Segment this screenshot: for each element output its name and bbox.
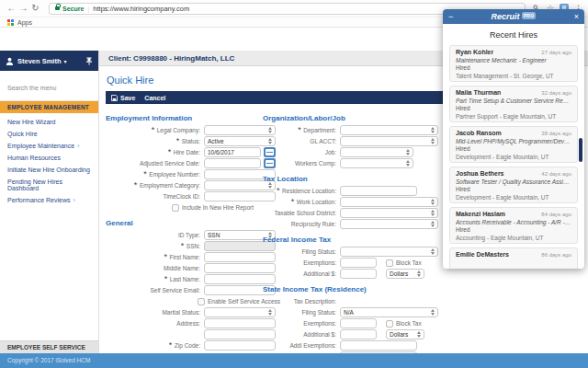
gl-acct-select[interactable] bbox=[340, 136, 438, 146]
popup-title: Recent Hires bbox=[443, 30, 584, 40]
hire-time: 86 days ago bbox=[541, 251, 571, 259]
sidebar-item-employee-maintenance[interactable]: Employee Maintenance› bbox=[0, 140, 98, 152]
field-label: * Legal Company: bbox=[106, 126, 204, 134]
scrollbar-thumb[interactable] bbox=[579, 138, 582, 162]
hire-card-jacob-ransom[interactable]: Jacob Ransom38 days agoMid-Level PHP/MyS… bbox=[449, 126, 578, 163]
residence-location-input[interactable] bbox=[340, 186, 417, 196]
back-icon[interactable]: ← bbox=[6, 0, 17, 17]
pin-icon[interactable] bbox=[85, 57, 93, 65]
hire-time: 42 days ago bbox=[541, 170, 571, 178]
hire-card-joshua-bethers[interactable]: Joshua Bethers42 days agoSoftware Tester… bbox=[449, 167, 578, 203]
exemptions-input[interactable] bbox=[340, 318, 377, 328]
sidebar-item-initiate-new-hire-onboarding[interactable]: Initiate New Hire Onboarding bbox=[0, 164, 98, 176]
dropdown-arrows-icon bbox=[417, 270, 421, 277]
hire-job-title: Maintenance Mechanic - Engineer bbox=[456, 57, 571, 65]
sidebar-item-label: New Hire Wizard bbox=[7, 119, 56, 125]
save-button[interactable]: Save bbox=[111, 95, 135, 101]
popup-header: − RecruitPRO × bbox=[443, 9, 584, 24]
form-row: Additional $:Dollars bbox=[263, 329, 538, 339]
addl-exemptions-input[interactable] bbox=[340, 340, 417, 351]
select-value: Dollars bbox=[390, 331, 408, 338]
dollars-select[interactable]: Dollars bbox=[386, 329, 424, 339]
sidebar-item-pending-new-hires-dashboard[interactable]: Pending New Hires Dashboard bbox=[0, 176, 98, 194]
field-label: Filing Status: bbox=[263, 309, 340, 316]
checkbox-label: Include In New Hire Report bbox=[182, 204, 254, 211]
reciprocity-rule-select[interactable] bbox=[340, 219, 438, 229]
hire-time: 38 days ago bbox=[541, 130, 571, 138]
department-select[interactable] bbox=[340, 125, 438, 135]
close-icon[interactable]: × bbox=[570, 9, 579, 24]
filing-status-select[interactable]: N/A bbox=[340, 307, 438, 317]
job-select[interactable] bbox=[340, 147, 413, 157]
hire-card-malia-thurman[interactable]: Malia Thurman32 days agoPart Time Setup … bbox=[449, 86, 578, 122]
field-label: * Employee Number: bbox=[106, 170, 204, 178]
hire-status: Hired bbox=[456, 64, 571, 73]
filing-status-select[interactable] bbox=[340, 247, 438, 257]
dropdown-arrows-icon bbox=[431, 127, 435, 133]
sidebar-search bbox=[0, 71, 98, 101]
forward-icon[interactable]: → bbox=[17, 0, 29, 17]
required-asterisk: * bbox=[134, 180, 140, 190]
field-label: * Last Name: bbox=[106, 275, 204, 283]
hire-header-row: Emilie DeMasters86 days ago bbox=[456, 251, 571, 259]
checkbox-include-in-new-hire-report[interactable] bbox=[172, 204, 179, 212]
sidebar: Steven Smith ▾ EMPLOYEE MANAGEMENT New H… bbox=[0, 51, 99, 353]
dollars-select[interactable]: Dollars bbox=[386, 269, 424, 279]
required-asterisk: * bbox=[298, 125, 303, 134]
sidebar-item-quick-hire[interactable]: Quick Hire bbox=[0, 128, 98, 140]
taxable-school-district-select[interactable] bbox=[340, 208, 438, 218]
dropdown-arrows-icon bbox=[431, 309, 435, 316]
field-label: Tax Description: bbox=[263, 298, 340, 305]
user-name: Steven Smith bbox=[17, 57, 62, 65]
hire-department: Accounting - Eagle Mountain, UT bbox=[456, 235, 571, 243]
save-label: Save bbox=[120, 95, 135, 101]
search-input[interactable] bbox=[7, 85, 91, 91]
field-label: Workers Comp: bbox=[263, 160, 340, 167]
field-label: * SSN: bbox=[106, 242, 204, 250]
sidebar-item-performance-reviews[interactable]: Performance Reviews› bbox=[0, 194, 98, 206]
section-employee-self-service[interactable]: EMPLOYEE SELF SERVICE bbox=[0, 340, 98, 353]
minimize-icon[interactable]: − bbox=[448, 9, 458, 24]
hire-name: Ryan Kohler bbox=[456, 49, 493, 57]
hire-department: Development - Eagle Mountain, UT bbox=[456, 194, 571, 202]
user-menu[interactable]: Steven Smith ▾ bbox=[0, 51, 98, 71]
cancel-button[interactable]: Cancel bbox=[144, 95, 165, 101]
input-value: 10/6/2017 bbox=[208, 149, 234, 155]
exemptions-input[interactable] bbox=[340, 258, 377, 268]
checkbox-block-tax[interactable] bbox=[386, 320, 393, 328]
sidebar-item-new-hire-wizard[interactable]: New Hire Wizard bbox=[0, 116, 98, 128]
field-label: Exemptions: bbox=[263, 259, 340, 266]
form-row: Filing Status:N/A bbox=[263, 307, 538, 317]
field-label: GL ACCT: bbox=[263, 138, 340, 144]
workers-comp-select[interactable] bbox=[340, 158, 413, 168]
url-divider: | bbox=[87, 5, 89, 13]
hire-card-ryan-kohler[interactable]: Ryan Kohler27 days agoMaintenance Mechan… bbox=[449, 45, 578, 82]
field-label: * Residence Location: bbox=[263, 187, 340, 195]
adjusted-service-date-input[interactable] bbox=[204, 158, 261, 168]
save-icon bbox=[111, 95, 118, 101]
refresh-icon[interactable]: ↻ bbox=[29, 0, 41, 17]
chevron-right-icon: › bbox=[73, 197, 74, 203]
required-asterisk: * bbox=[169, 340, 175, 350]
hire-card-emilie-demasters[interactable]: Emilie DeMasters86 days ago bbox=[449, 247, 578, 269]
additional-input[interactable] bbox=[340, 269, 377, 279]
field-label: ID Type: bbox=[106, 232, 204, 238]
work-location-select[interactable] bbox=[340, 197, 438, 207]
hire-card-makenzi-haslam[interactable]: Makenzi Haslam84 days agoAccounts Receiv… bbox=[449, 207, 578, 244]
apps-grid-icon bbox=[7, 19, 14, 26]
hire-status: Hired bbox=[456, 105, 571, 113]
hire-date-input[interactable]: 10/6/2017 bbox=[204, 147, 261, 157]
field-label: Additional $: bbox=[263, 270, 340, 277]
field-label: Adjusted Service Date: bbox=[106, 160, 204, 167]
checkbox-enable-self-service-access[interactable] bbox=[198, 298, 205, 305]
additional-input[interactable] bbox=[340, 329, 377, 339]
hire-job-title: Mid-Level PHP/MySQL Programmer/Developer bbox=[456, 138, 571, 146]
copyright-footer: Copyright © 2017 iSolved HCM bbox=[0, 353, 588, 368]
required-asterisk: * bbox=[164, 252, 169, 261]
checkbox-block-tax[interactable] bbox=[386, 259, 393, 267]
apps-bookmark[interactable]: Apps bbox=[17, 19, 32, 26]
sidebar-item-human-resources[interactable]: Human Resources bbox=[0, 152, 98, 164]
field-label: Filing Status: bbox=[263, 248, 340, 255]
field-label: Reciprocity Rule: bbox=[263, 221, 340, 227]
checkbox-label: Block Tax bbox=[396, 320, 422, 327]
